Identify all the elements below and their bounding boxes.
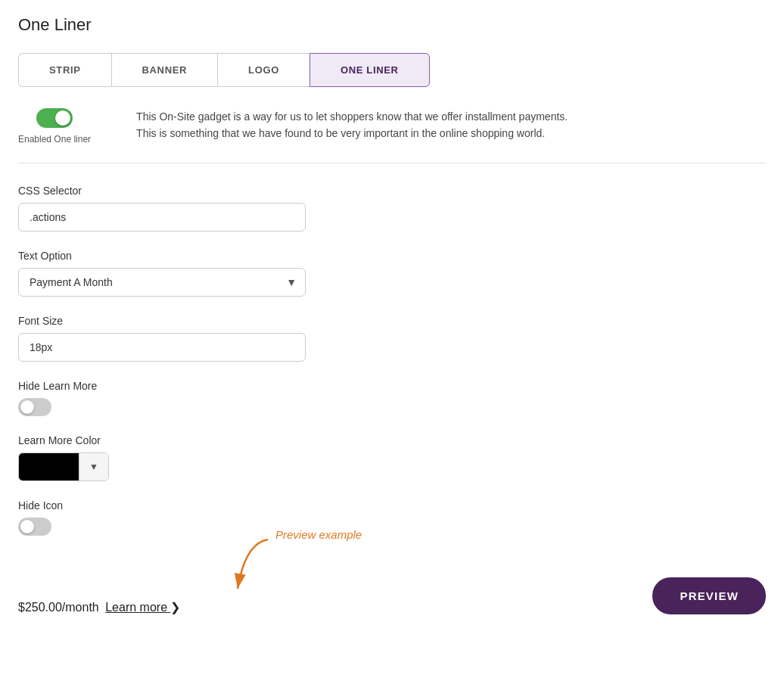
font-size-group: Font Size [18, 315, 306, 362]
preview-button[interactable]: PREVIEW [652, 577, 766, 614]
learn-more-color-group: Learn More Color ▼ [18, 434, 306, 481]
color-dropdown-arrow-icon: ▼ [89, 462, 98, 472]
section-divider [18, 163, 766, 163]
hide-learn-more-toggle[interactable] [18, 398, 51, 416]
color-dropdown-btn[interactable]: ▼ [79, 453, 108, 480]
toggle-section: Enabled One liner [18, 108, 91, 145]
font-size-input[interactable] [18, 333, 306, 362]
css-selector-group: CSS Selector [18, 185, 306, 232]
preview-example-label: Preview example [275, 528, 362, 541]
page-title: One Liner [18, 15, 766, 35]
description-text: This On-Site gadget is a way for us to l… [136, 108, 590, 142]
preview-area: Preview example $250.00/month Learn more… [18, 566, 652, 614]
toggle-desc-row: Enabled One liner This On-Site gadget is… [18, 108, 766, 145]
form-section: CSS Selector Text Option Payment A Month… [18, 185, 306, 536]
tab-logo[interactable]: LOGO [217, 53, 310, 87]
preview-arrow-icon [222, 536, 283, 596]
color-picker[interactable]: ▼ [18, 452, 109, 481]
bottom-row: Preview example $250.00/month Learn more… [18, 566, 766, 614]
hide-icon-toggle[interactable] [18, 518, 51, 536]
font-size-label: Font Size [18, 315, 306, 327]
text-option-select[interactable]: Payment A Month Pay Monthly Installments [18, 268, 306, 297]
tab-strip[interactable]: STRIP [18, 53, 111, 87]
enabled-toggle[interactable] [36, 108, 73, 128]
text-option-wrapper: Payment A Month Pay Monthly Installments… [18, 268, 306, 297]
tab-banner[interactable]: BANNER [111, 53, 218, 87]
color-swatch [19, 453, 79, 480]
css-selector-input[interactable] [18, 203, 306, 232]
preview-text-row: $250.00/month Learn more ❯ [18, 600, 652, 614]
hide-learn-more-group: Hide Learn More [18, 380, 306, 416]
hide-icon-label: Hide Icon [18, 499, 306, 512]
css-selector-label: CSS Selector [18, 185, 306, 197]
preview-amount: $250.00/month [18, 601, 99, 614]
tabs-row: STRIP BANNER LOGO ONE LINER [18, 53, 766, 87]
toggle-label: Enabled One liner [18, 134, 91, 145]
hide-learn-more-label: Hide Learn More [18, 380, 306, 392]
chevron-icon: ❯ [170, 601, 180, 614]
hide-icon-group: Hide Icon [18, 499, 306, 536]
text-option-label: Text Option [18, 250, 306, 262]
preview-learn-more-text: Learn more [105, 601, 167, 614]
text-option-group: Text Option Payment A Month Pay Monthly … [18, 250, 306, 297]
preview-learn-more-link[interactable]: Learn more [105, 601, 170, 614]
learn-more-color-label: Learn More Color [18, 434, 306, 446]
tab-one-liner[interactable]: ONE LINER [310, 53, 430, 87]
